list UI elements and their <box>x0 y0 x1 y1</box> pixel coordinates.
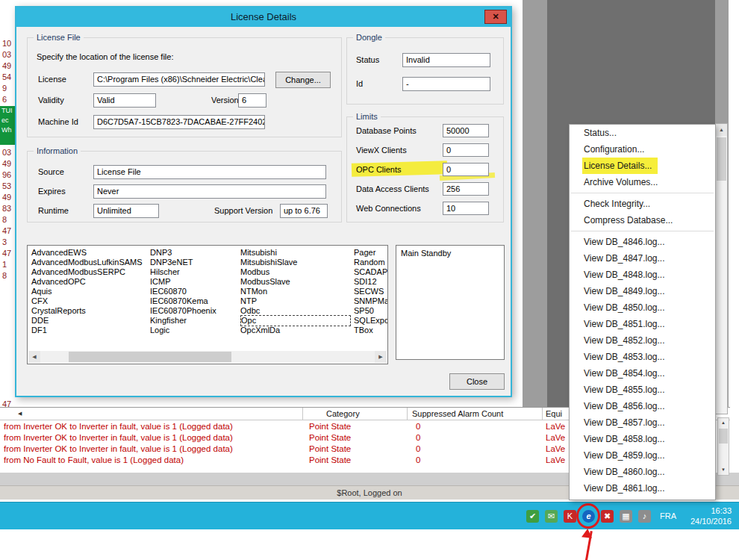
driver-item[interactable]: Opc <box>240 315 351 326</box>
background-vertical-scrollbar[interactable]: ▲ <box>715 123 728 414</box>
driver-item[interactable]: MitsubishiSlave <box>240 258 351 267</box>
column-header-category[interactable]: Category <box>326 409 360 418</box>
driver-item[interactable]: SNMPMa <box>354 296 388 306</box>
scroll-thumb[interactable] <box>719 429 728 444</box>
driver-item[interactable]: IEC60870Kema <box>150 296 216 306</box>
version-field[interactable]: 6 <box>238 93 266 108</box>
menu-item[interactable]: View DB_4854.log... <box>570 365 715 382</box>
taskbar-clock[interactable]: 16:33 24/10/2016 <box>690 505 732 526</box>
driver-item[interactable]: DDE <box>31 316 143 326</box>
limit-value-field[interactable]: 0 <box>443 143 489 157</box>
menu-item[interactable]: View DB_4859.log... <box>570 447 715 464</box>
driver-item[interactable]: ModbusSlave <box>240 277 351 287</box>
scroll-up-icon[interactable]: ▲ <box>716 124 727 136</box>
menu-item[interactable]: License Details... <box>570 158 715 174</box>
menu-item[interactable]: View DB_4857.log... <box>570 414 715 431</box>
driver-item[interactable]: NTMon <box>240 287 351 296</box>
scroll-right-icon[interactable]: ▶ <box>375 351 387 363</box>
dongle-id-field[interactable]: - <box>402 77 490 91</box>
change-button[interactable]: Change... <box>275 72 331 88</box>
driver-item[interactable]: ICMP <box>150 277 216 287</box>
column-divider[interactable] <box>302 408 303 420</box>
license-path-input[interactable]: C:\Program Files (x86)\Schneider Electri… <box>93 72 265 87</box>
dongle-status-field[interactable]: Invalid <box>402 53 490 67</box>
menu-item[interactable]: Compress Database... <box>570 212 715 228</box>
driver-item[interactable]: SDI12 <box>354 277 388 287</box>
column-divider[interactable] <box>542 408 543 420</box>
alarm-vertical-scrollbar[interactable]: ▲ ▼ <box>717 417 729 476</box>
menu-item[interactable]: View DB_4855.log... <box>570 382 715 398</box>
expires-field[interactable]: Never <box>93 184 326 199</box>
driver-item[interactable]: Pager <box>354 248 388 258</box>
driver-item[interactable]: DF1 <box>31 326 143 335</box>
validity-field[interactable]: Valid <box>93 93 156 108</box>
tray-mail-icon[interactable]: ✉ <box>545 510 558 523</box>
driver-item[interactable]: Modbus <box>240 267 351 277</box>
tray-volume-muted-icon[interactable]: ♪ <box>638 510 651 523</box>
language-indicator[interactable]: FRA <box>660 511 676 520</box>
column-header-suppressed-count[interactable]: Suppressed Alarm Count <box>412 409 503 418</box>
dialog-titlebar[interactable]: License Details ✕ <box>16 7 511 27</box>
driver-item[interactable]: NTP <box>240 296 351 306</box>
menu-item[interactable]: View DB_4861.log... <box>570 480 715 497</box>
driver-item[interactable]: Logic <box>150 326 216 335</box>
limit-value-field[interactable]: 0 <box>443 163 489 176</box>
driver-item[interactable]: CrystalReports <box>31 306 143 316</box>
support-version-field[interactable]: up to 6.76 <box>280 204 328 218</box>
driver-item[interactable]: IEC60870 <box>150 287 216 296</box>
tray-plant-icon[interactable]: ✔ <box>526 510 539 523</box>
driver-item[interactable]: TBox <box>354 326 388 335</box>
column-header-equipment[interactable]: Equi <box>546 409 562 418</box>
menu-item[interactable]: View DB_4850.log... <box>570 299 715 316</box>
driver-item[interactable]: DNP3eNET <box>150 258 216 267</box>
scroll-up-icon[interactable]: ▲ <box>718 418 729 428</box>
menu-item[interactable]: Check Integrity... <box>570 196 715 212</box>
menu-item[interactable]: Status... <box>570 125 715 141</box>
driver-item[interactable]: AdvancedEWS <box>31 248 143 258</box>
menu-item[interactable]: View DB_4851.log... <box>570 316 715 332</box>
driver-item[interactable]: CFX <box>31 296 143 306</box>
menu-item[interactable]: View DB_4848.log... <box>570 267 715 283</box>
driver-item[interactable]: OpcXmlDa <box>240 326 351 335</box>
driver-item[interactable]: Random <box>354 258 388 267</box>
splitter-arrow-icon[interactable]: ◀ <box>18 411 22 417</box>
driver-item[interactable]: Hilscher <box>150 267 216 277</box>
driver-item[interactable]: SCADAP <box>354 267 388 277</box>
scroll-left-icon[interactable]: ◀ <box>28 351 40 363</box>
taskbar[interactable]: ✔✉Ke✖▦♪ FRA 16:33 24/10/2016 <box>0 502 739 529</box>
driver-item[interactable]: SQLExpc <box>354 316 388 326</box>
menu-item[interactable]: View DB_4862.log... <box>570 497 715 500</box>
tray-clearscada-icon[interactable]: e <box>582 510 595 523</box>
driver-item[interactable]: Mitsubishi <box>240 248 351 258</box>
driver-item[interactable]: AdvancedModbusSERPC <box>31 267 143 277</box>
hscroll-thumb[interactable] <box>69 352 231 362</box>
source-field[interactable]: License File <box>93 165 326 179</box>
column-divider[interactable] <box>407 408 408 420</box>
menu-item[interactable]: View DB_4858.log... <box>570 431 715 447</box>
driver-item[interactable]: IEC60870Phoenix <box>150 306 216 316</box>
close-icon[interactable]: ✕ <box>484 10 507 24</box>
machine-id-field[interactable]: D6C7D5A7-15CB7823-7DACABAE-27FF2402 <box>93 115 265 129</box>
driver-item[interactable]: Kingfisher <box>150 316 216 326</box>
driver-item[interactable]: DNP3 <box>150 248 216 258</box>
driver-list[interactable]: ◀ ▶ AdvancedEWSAdvancedModbusLufkinSAMSA… <box>27 245 388 364</box>
scroll-thumb[interactable] <box>717 137 726 181</box>
limit-value-field[interactable]: 256 <box>443 182 489 196</box>
tray-error-icon[interactable]: ✖ <box>601 510 614 523</box>
driver-list-hscrollbar[interactable]: ◀ ▶ <box>28 351 387 363</box>
close-button[interactable]: Close <box>449 373 505 390</box>
menu-item[interactable]: View DB_4846.log... <box>570 234 715 250</box>
menu-item[interactable]: View DB_4852.log... <box>570 332 715 349</box>
menu-item[interactable]: View DB_4853.log... <box>570 349 715 365</box>
driver-item[interactable]: SECWS <box>354 287 388 296</box>
menu-item[interactable]: Configuration... <box>570 141 715 158</box>
menu-item[interactable]: View DB_4856.log... <box>570 398 715 414</box>
driver-item[interactable]: AdvancedModbusLufkinSAMS <box>31 258 143 267</box>
limit-value-field[interactable]: 10 <box>443 202 489 215</box>
runtime-field[interactable]: Unlimited <box>93 204 159 218</box>
menu-item[interactable]: Archive Volumes... <box>570 174 715 190</box>
driver-item[interactable]: Aquis <box>31 287 143 296</box>
limit-value-field[interactable]: 50000 <box>443 124 489 137</box>
menu-item[interactable]: View DB_4860.log... <box>570 464 715 480</box>
menu-item[interactable]: View DB_4849.log... <box>570 283 715 299</box>
